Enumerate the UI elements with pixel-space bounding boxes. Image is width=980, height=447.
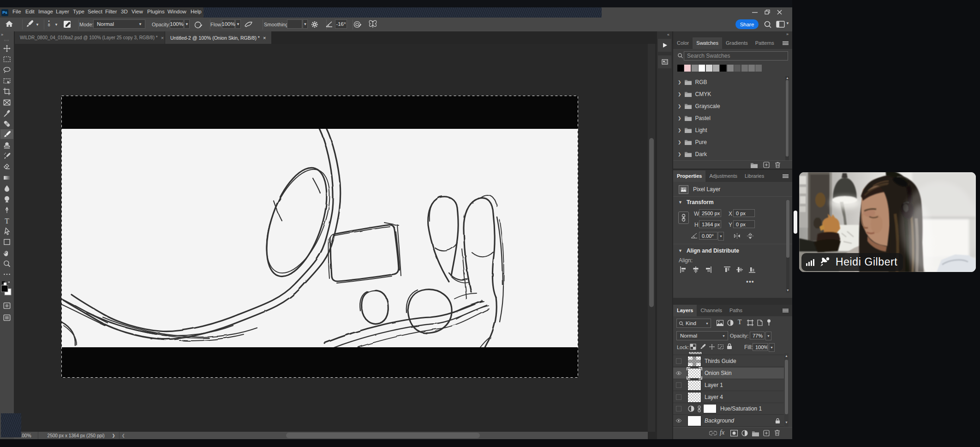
svg-text:T: T [5, 217, 9, 224]
